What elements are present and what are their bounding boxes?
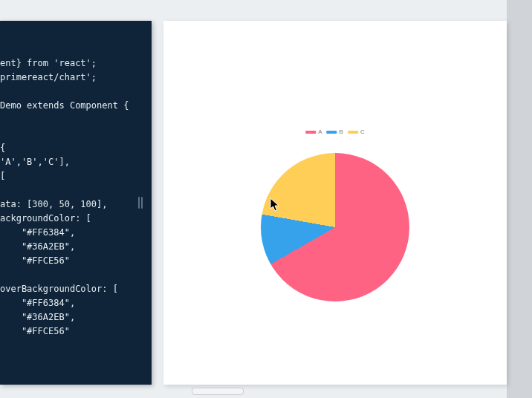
code-line: primereact/chart'; (0, 72, 97, 82)
code-line: "#FFCE56" (0, 255, 70, 266)
legend-item-b[interactable]: B (327, 128, 343, 135)
app-stage: ent} from 'react'; primereact/chart'; De… (0, 0, 532, 398)
code-line: Demo extends Component { (0, 100, 129, 111)
code-content[interactable]: ent} from 'react'; primereact/chart'; De… (0, 56, 152, 339)
splitter-grip-icon (138, 197, 140, 209)
code-line: { (0, 143, 5, 153)
code-line: "#36A2EB", (0, 312, 75, 322)
code-line: "#FFCE56" (0, 326, 70, 336)
legend-label: C (360, 128, 365, 135)
pie-chart[interactable] (261, 153, 409, 301)
legend-label: B (340, 128, 343, 135)
code-editor-panel[interactable]: ent} from 'react'; primereact/chart'; De… (0, 21, 152, 385)
code-line: ackgroundColor: [ (0, 213, 91, 224)
code-line: 'A','B','C'], (0, 157, 70, 167)
legend-label: A (318, 128, 322, 135)
chart-legend: A B C (305, 128, 364, 135)
pie-chart-canvas[interactable] (261, 153, 409, 301)
code-line: "#36A2EB", (0, 241, 75, 252)
code-line: "#FF6384", (0, 227, 75, 238)
splitter-grip-icon (141, 197, 143, 209)
right-gutter (507, 0, 532, 398)
legend-swatch-icon (348, 131, 358, 134)
legend-swatch-icon (305, 131, 316, 134)
code-line: ent} from 'react'; (0, 58, 97, 68)
code-line: [ (0, 171, 5, 181)
legend-item-c[interactable]: C (348, 128, 365, 135)
code-line: ata: [300, 50, 100], (0, 199, 108, 209)
code-line: overBackgroundColor: [ (0, 284, 118, 294)
panel-splitter[interactable] (137, 196, 144, 209)
legend-swatch-icon (327, 131, 337, 134)
bottom-control-placeholder (192, 388, 244, 395)
chart-preview-panel: A B C (163, 21, 507, 385)
legend-item-a[interactable]: A (305, 128, 322, 135)
code-line: "#FF6384", (0, 298, 75, 308)
